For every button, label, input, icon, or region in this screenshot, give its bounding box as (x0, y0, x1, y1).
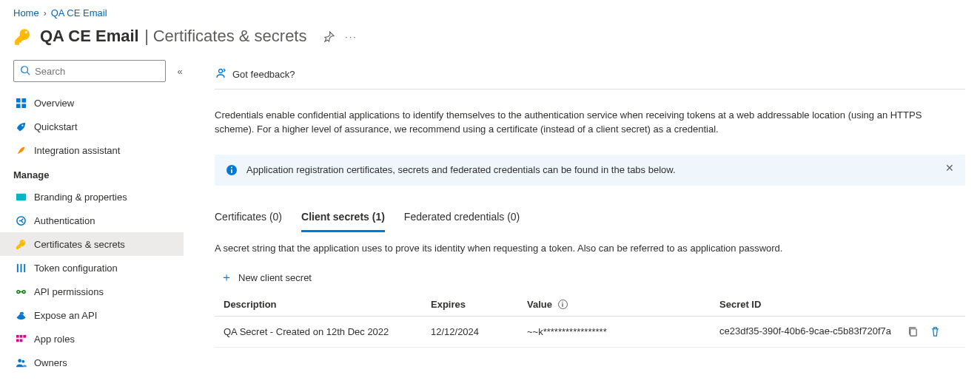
sidebar-item-label: Owners (34, 357, 67, 368)
sidebar-item-expose-api[interactable]: Expose an API (0, 303, 184, 327)
svg-rect-4 (16, 104, 20, 108)
integration-icon (15, 144, 27, 156)
svg-rect-25 (231, 169, 232, 173)
svg-rect-16 (16, 334, 19, 337)
tab-description: A secret string that the application use… (215, 243, 965, 254)
certificates-icon (15, 238, 27, 250)
sidebar-item-token-config[interactable]: Token configuration (0, 256, 184, 280)
sidebar-item-label: Branding & properties (34, 192, 127, 203)
col-value[interactable]: Value i (518, 293, 711, 317)
col-secret-id[interactable]: Secret ID (711, 293, 965, 317)
svg-rect-10 (20, 263, 21, 271)
feedback-icon (215, 67, 226, 81)
info-banner: Application registration certificates, s… (215, 155, 965, 186)
search-icon (20, 65, 30, 78)
app-roles-icon (15, 333, 27, 345)
secrets-table: Description Expires Value i Secret ID QA… (215, 293, 965, 348)
authentication-icon (15, 214, 27, 226)
sidebar-item-integration[interactable]: Integration assistant (0, 138, 184, 162)
sidebar-item-overview[interactable]: Overview (0, 91, 184, 115)
token-config-icon (15, 262, 27, 274)
branding-icon (15, 191, 27, 203)
sidebar-item-owners[interactable]: Owners (0, 351, 184, 374)
api-permissions-icon (15, 285, 27, 297)
sidebar-item-label: Overview (34, 98, 74, 109)
page-title: QA CE Email | Certificates & secrets (40, 27, 306, 46)
svg-point-0 (21, 66, 28, 72)
sidebar-item-label: API permissions (34, 286, 104, 297)
sidebar-item-label: App roles (34, 334, 75, 345)
breadcrumb-separator: › (44, 8, 47, 18)
tab-certificates[interactable]: Certificates (0) (215, 206, 282, 232)
sidebar-item-api-permissions[interactable]: API permissions (0, 280, 184, 303)
svg-rect-19 (16, 339, 19, 342)
sidebar-item-app-roles[interactable]: App roles (0, 327, 184, 351)
main-content: Got feedback? Credentials enable confide… (192, 60, 980, 348)
tab-client-secrets[interactable]: Client secrets (1) (301, 206, 385, 232)
sidebar-item-label: Token configuration (34, 263, 118, 274)
copy-icon[interactable] (907, 326, 919, 338)
table-row: QA Secret - Created on 12th Dec 2022 12/… (215, 317, 965, 348)
svg-point-23 (219, 70, 223, 73)
overview-icon (15, 97, 27, 109)
more-icon[interactable]: ··· (345, 30, 357, 42)
svg-rect-3 (21, 98, 26, 102)
cell-expires: 12/12/2024 (422, 317, 518, 348)
svg-rect-17 (19, 334, 22, 337)
feedback-button[interactable]: Got feedback? (215, 60, 965, 89)
sidebar-section-manage: Manage (13, 169, 192, 180)
new-client-secret-label: New client secret (238, 272, 312, 283)
sidebar-item-label: Authentication (34, 215, 95, 226)
sidebar-item-label: Certificates & secrets (34, 239, 125, 250)
info-icon[interactable]: i (558, 300, 568, 309)
sidebar-item-authentication[interactable]: Authentication (0, 209, 184, 232)
cell-value: ~~k***************** (518, 317, 711, 348)
pin-icon[interactable] (323, 30, 335, 42)
tab-federated[interactable]: Federated credentials (0) (404, 206, 520, 232)
tabs: Certificates (0) Client secrets (1) Fede… (215, 206, 965, 232)
sidebar-item-label: Expose an API (34, 310, 97, 321)
breadcrumb-home[interactable]: Home (13, 7, 39, 18)
svg-rect-11 (24, 263, 25, 271)
cell-secret-id: ce23df35-390f-40b6-9cae-c5b83f720f7a (711, 317, 965, 348)
sidebar: « Overview Quickstart Integration assist… (0, 60, 192, 374)
app-key-icon (13, 27, 33, 47)
sidebar-item-quickstart[interactable]: Quickstart (0, 115, 184, 138)
owners-icon (15, 356, 27, 368)
delete-icon[interactable] (930, 326, 942, 338)
svg-rect-2 (16, 98, 20, 102)
sidebar-item-label: Quickstart (34, 121, 78, 132)
info-icon (226, 164, 238, 176)
col-description[interactable]: Description (215, 293, 422, 317)
svg-point-6 (21, 124, 23, 126)
svg-rect-7 (16, 193, 25, 200)
search-input[interactable] (35, 66, 159, 77)
svg-point-22 (21, 359, 24, 362)
sidebar-item-certificates[interactable]: Certificates & secrets (0, 232, 184, 256)
breadcrumb: Home › QA CE Email (0, 0, 980, 24)
page-title-section: Certificates & secrets (153, 27, 307, 45)
new-client-secret-button[interactable]: ＋ New client secret (215, 270, 965, 285)
col-expires[interactable]: Expires (422, 293, 518, 317)
svg-rect-9 (16, 263, 18, 271)
expose-api-icon (15, 309, 27, 321)
feedback-label: Got feedback? (232, 69, 295, 80)
page-title-row: QA CE Email | Certificates & secrets ··· (0, 24, 980, 60)
svg-rect-27 (910, 329, 916, 336)
cell-description: QA Secret - Created on 12th Dec 2022 (215, 317, 422, 348)
sidebar-item-branding[interactable]: Branding & properties (0, 185, 184, 209)
svg-rect-20 (19, 339, 22, 342)
page-title-app: QA CE Email (40, 27, 139, 45)
collapse-sidebar-icon[interactable]: « (173, 66, 187, 77)
svg-point-26 (231, 166, 232, 168)
svg-point-15 (16, 315, 24, 320)
search-input-wrap[interactable] (13, 60, 166, 82)
plus-icon: ＋ (221, 270, 232, 285)
svg-point-13 (22, 290, 25, 293)
svg-point-21 (18, 359, 21, 362)
breadcrumb-current[interactable]: QA CE Email (51, 7, 107, 18)
close-icon[interactable]: ✕ (945, 162, 954, 174)
info-banner-text: Application registration certificates, s… (246, 164, 676, 175)
quickstart-icon (15, 121, 27, 132)
sidebar-item-label: Integration assistant (34, 145, 120, 156)
